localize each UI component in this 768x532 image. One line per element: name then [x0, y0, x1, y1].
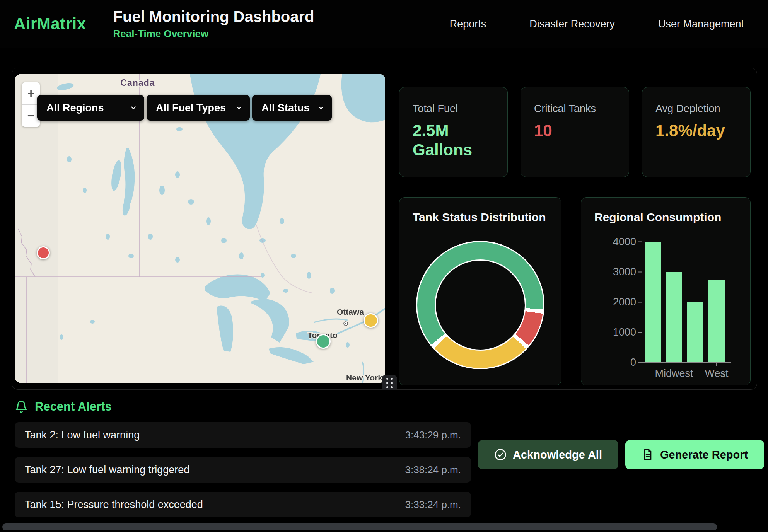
stat-label: Critical Tanks	[534, 103, 616, 115]
bar-chart-title: Regional Consumption	[594, 211, 737, 224]
stat-value: 10	[534, 121, 604, 140]
regional-consumption-chart-card: Regional Consumption 4000 3000 2000 1000…	[581, 197, 751, 385]
y-axis-tick: 4000	[613, 236, 636, 248]
y-axis-tick: 0	[630, 356, 636, 368]
bar-midwest	[666, 272, 682, 362]
warning-tank-marker[interactable]	[364, 313, 378, 328]
stat-label: Total Fuel	[413, 103, 494, 115]
alert-text: Tank 27: Low fuel warning triggered	[25, 464, 189, 476]
bar-west	[708, 280, 725, 363]
normal-tank-marker[interactable]	[316, 334, 331, 349]
bar-south	[687, 302, 703, 362]
nav-disaster-recovery[interactable]: Disaster Recovery	[529, 18, 615, 30]
city-symbol-ottawa	[344, 322, 348, 326]
right-column: Total Fuel 2.5M Gallons Critical Tanks 1…	[399, 87, 751, 385]
generate-report-button[interactable]: Generate Report	[625, 440, 764, 469]
stat-value: 2.5M Gallons	[413, 121, 482, 159]
donut-hole	[435, 259, 526, 351]
tank-status-chart-card: Tank Status Distribution	[399, 197, 561, 385]
stat-value: 1.8%/day	[655, 121, 725, 140]
alert-text: Tank 2: Low fuel warning	[25, 429, 140, 441]
generate-report-label: Generate Report	[660, 448, 748, 461]
chevron-down-icon	[130, 104, 137, 112]
alerts-list-panel: Recent Alerts Tank 2: Low fuel warning 3…	[15, 400, 471, 527]
y-axis-tick: 2000	[613, 296, 636, 308]
alerts-title: Recent Alerts	[35, 400, 112, 414]
stat-card-critical-tanks: Critical Tanks 10	[521, 87, 629, 177]
horizontal-scrollbar-thumb[interactable]	[2, 523, 717, 530]
bar-chart-plot: 4000 3000 2000 1000 0 Midwest West	[642, 242, 731, 363]
map-label-new-york: New York	[346, 373, 382, 382]
alert-actions: Acknowledge All Generate Report	[471, 400, 764, 527]
dashboard-container: Canada Ottawa Toronto New York + −	[12, 68, 757, 390]
fuel-type-filter-select[interactable]: All Fuel Types	[147, 95, 250, 121]
x-axis-tick	[674, 362, 674, 366]
acknowledge-all-button[interactable]: Acknowledge All	[478, 440, 618, 469]
stat-label: Avg Depletion	[655, 103, 737, 115]
alert-row: Tank 27: Low fuel warning triggered 3:38…	[15, 457, 471, 483]
app-logo: AirMatrix	[14, 15, 86, 33]
alert-row: Tank 2: Low fuel warning 3:43:29 p.m.	[15, 422, 471, 448]
region-filter-value: All Regions	[46, 102, 104, 114]
map-label-ottawa: Ottawa	[337, 307, 364, 316]
bell-icon	[15, 400, 28, 413]
x-axis-label-midwest: Midwest	[655, 368, 693, 380]
map-resize-grip[interactable]	[382, 375, 397, 390]
chevron-down-icon	[317, 104, 325, 112]
stats-row: Total Fuel 2.5M Gallons Critical Tanks 1…	[399, 87, 751, 177]
bar-group	[645, 242, 725, 362]
y-axis-tick: 1000	[613, 326, 636, 338]
bar-northeast	[645, 242, 661, 362]
donut-chart-title: Tank Status Distribution	[413, 211, 548, 224]
alert-time: 3:43:29 p.m.	[405, 429, 461, 441]
donut-chart	[413, 241, 548, 369]
x-axis-tick	[716, 362, 717, 366]
alerts-section: Recent Alerts Tank 2: Low fuel warning 3…	[15, 400, 756, 527]
alert-time: 3:38:24 p.m.	[405, 464, 461, 476]
stat-card-total-fuel: Total Fuel 2.5M Gallons	[399, 87, 508, 177]
critical-tank-marker[interactable]	[37, 246, 50, 259]
app-header: AirMatrix Fuel Monitoring Dashboard Real…	[0, 0, 768, 48]
alert-row: Tank 15: Pressure threshold exceeded 3:3…	[15, 492, 471, 517]
nav-user-management[interactable]: User Management	[658, 18, 744, 30]
map-filters: All Regions All Fuel Types All Status	[37, 95, 332, 121]
page-title-block: Fuel Monitoring Dashboard Real-Time Over…	[113, 8, 314, 40]
map-panel: Canada Ottawa Toronto New York + −	[15, 74, 385, 383]
alerts-header: Recent Alerts	[15, 400, 471, 414]
report-file-icon	[642, 448, 654, 461]
y-axis-tick: 3000	[613, 266, 636, 278]
acknowledge-all-label: Acknowledge All	[513, 448, 602, 461]
x-axis-label-west: West	[705, 368, 728, 380]
donut-ring	[416, 241, 544, 369]
nav-reports[interactable]: Reports	[450, 18, 486, 30]
fuel-type-filter-value: All Fuel Types	[156, 102, 226, 114]
alert-time: 3:33:24 p.m.	[405, 499, 461, 511]
alert-text: Tank 15: Pressure threshold exceeded	[25, 499, 203, 511]
main-nav: Reports Disaster Recovery User Managemen…	[450, 18, 744, 30]
charts-row: Tank Status Distribution Regional Consum…	[399, 197, 751, 385]
page-title: Fuel Monitoring Dashboard	[113, 8, 314, 26]
region-filter-select[interactable]: All Regions	[37, 95, 144, 121]
map-label-canada: Canada	[120, 78, 155, 88]
check-circle-icon	[494, 448, 507, 461]
status-filter-select[interactable]: All Status	[252, 95, 332, 121]
status-filter-value: All Status	[261, 102, 310, 114]
chevron-down-icon	[235, 104, 243, 112]
page-subtitle: Real-Time Overview	[113, 28, 314, 40]
stat-card-avg-depletion: Avg Depletion 1.8%/day	[642, 87, 751, 177]
